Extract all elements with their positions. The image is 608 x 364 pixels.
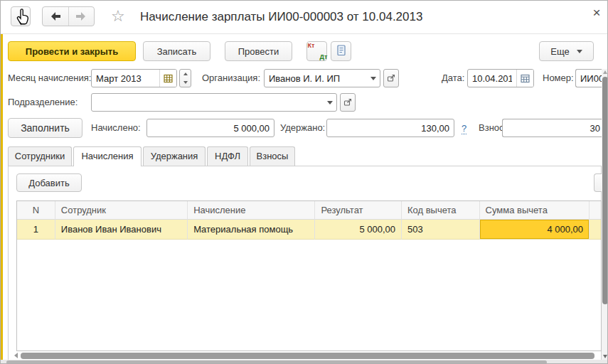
window-hscroll-thumb[interactable] — [6, 360, 547, 364]
organization-open-button[interactable] — [383, 69, 399, 87]
document-window: ☆ Начисление зарплаты ИИ00-000003 от 10.… — [0, 0, 608, 364]
close-button[interactable]: × — [588, 4, 605, 21]
cell-accrual[interactable]: Материальная помощь — [188, 220, 315, 240]
column-header-employee: Сотрудник — [55, 201, 188, 220]
date-field — [467, 69, 534, 87]
table-row[interactable]: 1 Иванов Иван Иванович Материальная помо… — [17, 220, 601, 240]
back-arrow-icon — [50, 12, 61, 21]
cell-n[interactable]: 1 — [17, 220, 55, 240]
department-field — [91, 93, 337, 112]
open-icon — [387, 74, 395, 82]
accruals-table: N Сотрудник Начисление Результат Код выч… — [16, 200, 602, 351]
department-dropdown-button[interactable] — [324, 94, 336, 111]
month-grid-icon — [164, 74, 173, 83]
column-header-n: N — [17, 201, 55, 220]
tab-employees[interactable]: Сотрудники — [8, 146, 72, 166]
month-label: Месяц начисления: — [8, 69, 91, 87]
cell-employee[interactable]: Иванов Иван Иванович — [55, 220, 188, 240]
month-field — [91, 69, 177, 87]
tab-deductions[interactable]: Удержания — [143, 146, 206, 166]
month-input[interactable] — [92, 70, 159, 87]
forward-button[interactable] — [69, 7, 95, 26]
favorite-star-icon[interactable]: ☆ — [111, 7, 125, 26]
contributions-field — [502, 119, 604, 137]
post-and-close-button[interactable]: Провести и закрыть — [8, 41, 136, 61]
triangle-down-icon — [183, 81, 188, 84]
number-label: Номер: — [543, 69, 574, 87]
tab-contributions[interactable]: Взносы — [250, 146, 295, 166]
department-label: Подразделение: — [8, 93, 78, 112]
chevron-down-icon — [370, 77, 376, 80]
spinner-up-button[interactable] — [180, 70, 191, 78]
department-open-button[interactable] — [340, 93, 356, 112]
print-report-button[interactable] — [331, 41, 351, 61]
tab-accruals[interactable]: Начисления — [73, 146, 142, 166]
add-row-button[interactable]: Добавить — [16, 173, 82, 192]
withheld-input[interactable] — [327, 119, 454, 136]
scroll-left-arrow-icon[interactable] — [14, 353, 18, 358]
help-link[interactable]: ? — [462, 123, 466, 134]
history-nav — [42, 6, 95, 26]
chevron-down-icon — [327, 101, 333, 105]
cell-deduction-amount-selected[interactable]: 4 000,00 — [480, 220, 590, 240]
cell-filler[interactable] — [590, 220, 601, 240]
column-header-deduction-amount: Сумма вычета — [480, 201, 590, 220]
titlebar: ☆ Начисление зарплаты ИИ00-000003 от 10.… — [1, 1, 608, 33]
withheld-field — [326, 119, 454, 137]
open-icon — [343, 98, 352, 107]
month-picker-button[interactable] — [159, 70, 176, 87]
spinner-down-button[interactable] — [180, 78, 191, 87]
date-picker-button[interactable] — [516, 70, 533, 87]
window-title: Начисление зарплаты ИИ00-000003 от 10.04… — [140, 10, 422, 24]
vscroll-thumb[interactable] — [602, 77, 608, 304]
withheld-label: Удержано: — [280, 119, 325, 137]
date-label: Дата: — [442, 69, 464, 87]
form-modified-stripe — [1, 34, 3, 360]
organization-input[interactable] — [265, 70, 367, 87]
fill-button[interactable]: Заполнить — [8, 118, 82, 138]
month-spinner — [179, 69, 191, 87]
titlebar-separator — [1, 33, 608, 34]
scroll-down-arrow-icon[interactable] — [603, 355, 607, 358]
form-menu-button[interactable] — [11, 6, 31, 26]
table-header-row: N Сотрудник Начисление Результат Код выч… — [17, 201, 601, 220]
scroll-up-arrow-icon[interactable] — [603, 70, 607, 74]
window-horizontal-scrollbar — [1, 360, 608, 364]
table-horizontal-scrollbar — [10, 351, 600, 360]
cell-deduction-code[interactable]: 503 — [402, 220, 480, 240]
organization-dropdown-button[interactable] — [367, 70, 380, 87]
table-more-button-clipped[interactable] — [594, 173, 602, 192]
organization-field — [264, 69, 380, 87]
cell-result[interactable]: 5 000,00 — [315, 220, 402, 240]
department-input[interactable] — [92, 94, 324, 111]
accrued-field — [146, 119, 274, 137]
date-input[interactable] — [468, 70, 516, 87]
forward-arrow-icon — [75, 12, 87, 21]
column-header-filler — [590, 201, 601, 220]
organization-label: Организация: — [202, 69, 260, 87]
show-postings-button[interactable]: Дт Кт — [306, 41, 327, 61]
post-button[interactable]: Провести — [225, 41, 292, 61]
back-button[interactable] — [43, 7, 69, 26]
more-button[interactable]: Еще — [539, 41, 594, 61]
calendar-icon — [521, 74, 530, 83]
table-hscroll-thumb[interactable] — [21, 353, 594, 359]
triangle-up-icon — [183, 73, 188, 75]
table-empty-area[interactable] — [17, 240, 601, 350]
column-header-accrual: Начисление — [188, 201, 315, 220]
accrued-input[interactable] — [147, 119, 274, 136]
save-button[interactable]: Записать — [143, 41, 210, 61]
accrued-label: Начислено: — [91, 119, 141, 137]
tab-ndfl[interactable]: НДФЛ — [207, 146, 248, 166]
form-vertical-scrollbar — [602, 69, 608, 360]
chevron-down-icon — [577, 50, 582, 53]
contributions-input[interactable] — [503, 119, 604, 136]
column-header-deduction-code: Код вычета — [402, 201, 480, 220]
column-header-result: Результат — [315, 201, 402, 220]
document-icon — [336, 44, 347, 57]
